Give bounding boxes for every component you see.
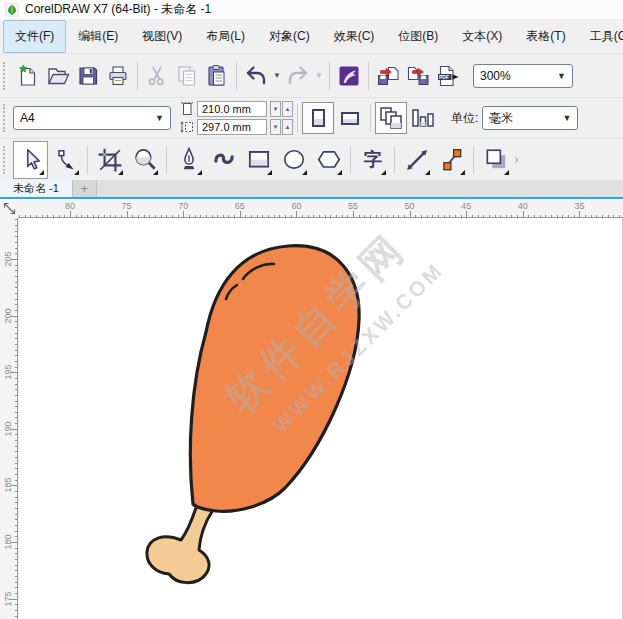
spinner-up-icon[interactable]: ▲ bbox=[282, 119, 293, 135]
ruler-tick bbox=[262, 215, 263, 217]
ruler-tick bbox=[15, 384, 17, 385]
ruler-tick bbox=[15, 236, 17, 237]
ruler-label: 205 bbox=[3, 251, 13, 267]
spinner-down-icon[interactable]: ▼ bbox=[270, 101, 281, 117]
cut-button[interactable] bbox=[142, 61, 172, 91]
ruler-tick bbox=[183, 211, 184, 217]
ruler-tick bbox=[404, 215, 405, 217]
publish-pdf-button[interactable]: PDF bbox=[433, 61, 463, 91]
portrait-page-icon bbox=[312, 109, 325, 127]
redo-dropdown-caret[interactable]: ▼ bbox=[313, 61, 325, 91]
menu-item-8[interactable]: 表格(T) bbox=[514, 20, 577, 53]
spinner-up-icon[interactable]: ▲ bbox=[282, 101, 293, 117]
paper-preset-select[interactable]: A4 ▼ bbox=[13, 106, 171, 130]
ruler-tick bbox=[161, 215, 162, 217]
undo-dropdown-caret[interactable]: ▼ bbox=[271, 61, 283, 91]
ruler-tick bbox=[42, 215, 43, 217]
page-width-input[interactable]: 210.0 mm bbox=[197, 101, 267, 117]
all-pages-button[interactable] bbox=[375, 102, 407, 134]
ruler-tick bbox=[15, 333, 17, 334]
zoom-level-select[interactable]: 300% ▼ bbox=[473, 64, 573, 88]
ruler-tick bbox=[15, 593, 17, 594]
ruler-tick bbox=[619, 215, 620, 217]
paste-button[interactable] bbox=[202, 61, 232, 91]
menu-item-3[interactable]: 布局(L) bbox=[194, 20, 257, 53]
copy-button[interactable] bbox=[172, 61, 202, 91]
ruler-tick bbox=[15, 219, 17, 220]
ruler-tick bbox=[449, 215, 450, 217]
print-button[interactable] bbox=[103, 61, 133, 91]
crop-tool-button[interactable] bbox=[92, 141, 127, 179]
menu-item-4[interactable]: 对象(C) bbox=[257, 20, 322, 53]
flyout-indicator bbox=[153, 170, 158, 175]
current-page-button[interactable] bbox=[407, 102, 439, 134]
clipped-tool-button[interactable] bbox=[513, 141, 523, 179]
flyout-indicator bbox=[197, 170, 202, 175]
zoom-tool-button[interactable] bbox=[127, 141, 162, 179]
paper-preset-value: A4 bbox=[20, 111, 35, 125]
drop-shadow-tool-button[interactable] bbox=[478, 141, 513, 179]
redo-button[interactable] bbox=[283, 61, 313, 91]
ruler-tick bbox=[364, 215, 365, 217]
new-document-button[interactable] bbox=[13, 61, 43, 91]
page-height-input[interactable]: 297.0 mm bbox=[197, 119, 267, 135]
ruler-tick bbox=[15, 610, 17, 611]
ruler-tick bbox=[15, 582, 17, 583]
vertical-ruler[interactable]: 205200195190185180175 bbox=[0, 218, 18, 619]
pen-tool-button[interactable] bbox=[171, 141, 206, 179]
menu-item-0[interactable]: 文件(F) bbox=[3, 20, 66, 53]
shape-tool-button[interactable] bbox=[48, 141, 83, 179]
toolbar-grip[interactable] bbox=[3, 146, 9, 174]
page-height-value: 297.0 mm bbox=[202, 121, 251, 133]
toolbar-grip[interactable] bbox=[3, 62, 9, 90]
artistic-media-tool-button[interactable] bbox=[206, 141, 241, 179]
ruler-tick bbox=[353, 211, 354, 217]
ruler-tick bbox=[15, 389, 17, 390]
pick-tool-button[interactable] bbox=[13, 141, 48, 179]
units-select[interactable]: 毫米 ▼ bbox=[482, 106, 578, 130]
units-value: 毫米 bbox=[489, 110, 513, 127]
drumstick-bone-shape[interactable] bbox=[147, 505, 213, 583]
ruler-origin-button[interactable] bbox=[0, 199, 18, 218]
canvas[interactable]: 软件自学网 WWW.RJZXW.COM bbox=[19, 218, 623, 619]
text-tool-button[interactable]: 字 bbox=[355, 141, 390, 179]
ruler-tick bbox=[15, 304, 17, 305]
menu-item-6[interactable]: 位图(B) bbox=[386, 20, 450, 53]
landscape-orientation-button[interactable] bbox=[334, 102, 366, 134]
dimension-tool-button[interactable] bbox=[399, 141, 434, 179]
new-tab-button[interactable]: + bbox=[73, 180, 97, 197]
ruler-tick bbox=[359, 215, 360, 217]
rectangle-tool-button[interactable] bbox=[241, 141, 276, 179]
ruler-tick bbox=[228, 215, 229, 217]
horizontal-ruler[interactable]: 80757065605550454035 bbox=[18, 199, 623, 218]
spinner-down-icon[interactable]: ▼ bbox=[270, 119, 281, 135]
ruler-label: 70 bbox=[178, 201, 188, 211]
page-width-spinner[interactable]: ▼ ▲ bbox=[270, 101, 293, 117]
undo-button[interactable] bbox=[241, 61, 271, 91]
export-button[interactable] bbox=[403, 61, 433, 91]
menu-item-5[interactable]: 效果(C) bbox=[322, 20, 387, 53]
ellipse-tool-button[interactable] bbox=[276, 141, 311, 179]
ruler-label: 50 bbox=[405, 201, 415, 211]
menu-item-9[interactable]: 工具(O) bbox=[578, 20, 623, 53]
menu-item-2[interactable]: 视图(V) bbox=[130, 20, 194, 53]
ruler-tick bbox=[15, 401, 17, 402]
connector-tool-button[interactable] bbox=[434, 141, 469, 179]
print-icon bbox=[106, 64, 130, 88]
portrait-orientation-button[interactable] bbox=[302, 102, 334, 134]
open-button[interactable] bbox=[43, 61, 73, 91]
flyout-indicator bbox=[337, 170, 342, 175]
toolbar-grip[interactable] bbox=[3, 104, 9, 132]
menu-item-1[interactable]: 编辑(E) bbox=[66, 20, 130, 53]
document-tab[interactable]: 未命名 -1 bbox=[0, 180, 73, 197]
ruler-tick bbox=[268, 215, 269, 217]
ruler-tick bbox=[291, 215, 292, 217]
menu-item-7[interactable]: 文本(X) bbox=[450, 20, 514, 53]
polygon-tool-button[interactable] bbox=[311, 141, 346, 179]
page-height-spinner[interactable]: ▼ ▲ bbox=[270, 119, 293, 135]
save-button[interactable] bbox=[73, 61, 103, 91]
import-button[interactable] bbox=[373, 61, 403, 91]
application-launcher-button[interactable] bbox=[334, 61, 364, 91]
ruler-tick bbox=[195, 215, 196, 217]
window-title: CorelDRAW X7 (64-Bit) - 未命名 -1 bbox=[25, 1, 211, 18]
